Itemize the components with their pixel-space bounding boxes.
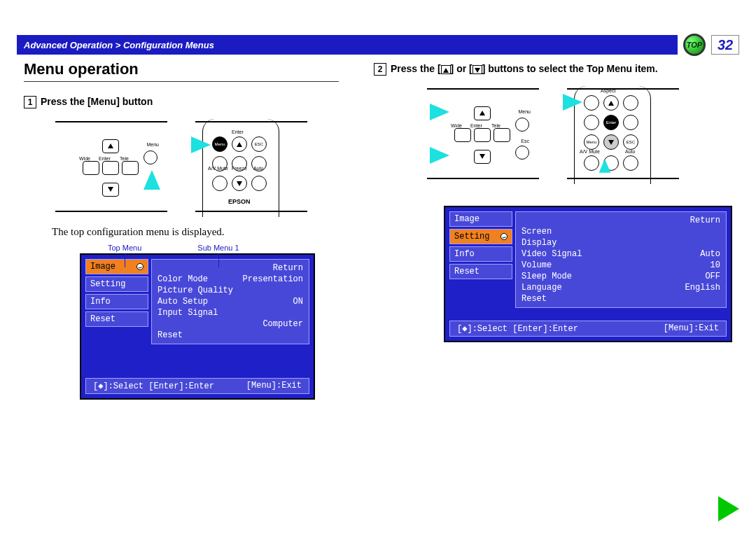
down-button-icon <box>102 183 119 197</box>
freeze-label: Freeze <box>232 166 247 171</box>
hardware-diagram-row: Menu Esc Wide Enter Tele Enter Menu ESC <box>374 88 732 179</box>
remote-blank-button-icon <box>623 95 638 111</box>
down-arrow-icon <box>475 68 480 73</box>
wide-label: Wide <box>451 123 462 128</box>
osd-top-item: Setting↵ <box>449 229 512 244</box>
remote-diagram: Menu ESC A/V Mute Freeze Auto EPSON Ente… <box>195 121 307 212</box>
down-button-icon <box>474 150 491 164</box>
top-menu-label: Top Menu <box>108 244 141 252</box>
auto-label: Auto <box>253 166 263 171</box>
page-header: Advanced Operation > Configuration Menus… <box>17 35 739 55</box>
menu-label: Menu <box>146 142 159 147</box>
right-button-icon <box>122 161 139 175</box>
up-arrow-icon <box>443 68 449 73</box>
section-title: Menu operation <box>24 60 339 82</box>
esc-label: Esc <box>521 139 529 143</box>
left-button-icon <box>83 161 99 175</box>
aspect-label: Aspect <box>601 88 615 93</box>
remote-esc-button-icon: ESC <box>623 134 638 150</box>
breadcrumb: Advanced Operation > Configuration Menus <box>17 35 678 55</box>
wide-label: Wide <box>79 156 90 161</box>
osd-top-item: Reset <box>85 311 148 327</box>
osd-footer-right: [Menu]:Exit <box>664 323 719 334</box>
osd-screenshot-2: Image Setting↵ Info Reset Return Screen … <box>444 206 732 342</box>
enter-label: Enter <box>99 156 111 161</box>
highlight-arrow-icon <box>563 94 582 111</box>
remote-aspect-button-icon <box>584 95 599 111</box>
enter-button-icon <box>102 161 119 175</box>
remote-down-button-icon <box>232 176 247 191</box>
remote-up-button-icon <box>232 136 247 152</box>
top-icon[interactable]: TOP <box>683 34 706 56</box>
menu-button-icon <box>144 150 158 164</box>
step-2: 2 Press the [] or [] buttons to select t… <box>374 63 732 76</box>
osd-screenshot-1: Image↵ Setting Info Reset Return Color M… <box>80 253 315 400</box>
osd-top-item: Info <box>449 246 512 262</box>
sub-menu-label: Sub Menu 1 <box>197 244 239 252</box>
remote-vol-up-icon <box>251 176 267 191</box>
remote-auto-button-icon <box>623 155 638 171</box>
remote-down-button-icon <box>603 134 619 150</box>
osd-top-item: Image↵ <box>85 259 148 274</box>
enter-label: Enter <box>470 123 482 128</box>
highlight-arrow-icon <box>430 147 449 164</box>
highlight-arrow-icon <box>144 170 160 190</box>
osd-sub-menu: Return Color ModePresentation Picture Qu… <box>151 259 309 344</box>
osd-top-item: Info <box>85 294 148 309</box>
highlight-arrow-icon <box>599 159 611 173</box>
next-page-arrow-icon[interactable] <box>718 496 739 521</box>
remote-vol-down-icon <box>212 176 227 191</box>
osd-top-item: Image <box>449 211 512 227</box>
menu-label: Menu <box>518 109 531 114</box>
auto-label: Auto <box>625 149 635 154</box>
remote-avmute-button-icon <box>584 155 599 171</box>
remote-diagram: Enter Menu ESC Aspect A/V Mute Auto <box>567 88 679 179</box>
enter-icon: ↵ <box>136 263 144 270</box>
osd-top-menu: Image Setting↵ Info Reset <box>449 211 512 308</box>
body-text: The top configuration menu is displayed. <box>52 226 339 238</box>
osd-sub-menu: Return Screen Display Video SignalAuto V… <box>515 211 727 308</box>
step-1: 1 Press the [Menu] button <box>24 96 339 108</box>
step-1-number: 1 <box>24 96 36 108</box>
right-button-icon <box>493 128 510 142</box>
remote-enter-button-icon: Enter <box>603 115 619 130</box>
control-panel-diagram: Menu Wide Enter Tele <box>55 121 167 212</box>
enter-icon: ↵ <box>500 233 507 240</box>
page-number: 32 <box>711 35 739 55</box>
remote-left-button-icon <box>584 115 599 130</box>
tele-label: Tele <box>491 123 500 128</box>
remote-menu-button-icon: Menu <box>584 134 599 150</box>
remote-enter-label: Enter <box>232 129 244 134</box>
left-button-icon <box>454 128 471 142</box>
highlight-arrow-icon <box>191 136 211 153</box>
brand-label: EPSON <box>228 198 251 205</box>
remote-up-button-icon <box>603 95 619 111</box>
avmute-label: A/V Mute <box>208 166 228 171</box>
hardware-diagram-row: Menu Wide Enter Tele Menu ESC <box>24 121 339 212</box>
tele-label: Tele <box>120 156 129 161</box>
remote-esc-button-icon: ESC <box>251 136 267 152</box>
esc-button-icon <box>515 146 529 160</box>
osd-footer-left: [◆]:Select [Enter]:Enter <box>93 381 214 391</box>
menu-button-icon <box>515 118 529 132</box>
remote-menu-button-icon: Menu <box>212 136 227 152</box>
control-panel-diagram: Menu Esc Wide Enter Tele <box>427 88 539 179</box>
osd-top-item: Reset <box>449 264 512 279</box>
step-2-text: Press the [] or [] buttons to select the… <box>391 63 658 74</box>
osd-footer-left: [◆]:Select [Enter]:Enter <box>457 323 578 334</box>
osd-annotation-labels: Top Menu Sub Menu 1 <box>108 244 339 252</box>
up-button-icon <box>102 139 119 153</box>
step-1-text: Press the [Menu] button <box>41 96 153 107</box>
remote-right-button-icon <box>623 115 638 130</box>
highlight-arrow-icon <box>430 104 449 120</box>
up-button-icon <box>474 106 491 120</box>
osd-top-item: Setting <box>85 276 148 292</box>
step-2-number: 2 <box>374 63 386 76</box>
enter-button-icon <box>474 128 491 142</box>
osd-top-menu: Image↵ Setting Info Reset <box>85 259 148 344</box>
avmute-label: A/V Mute <box>580 149 600 154</box>
osd-footer-right: [Menu]:Exit <box>246 381 302 391</box>
